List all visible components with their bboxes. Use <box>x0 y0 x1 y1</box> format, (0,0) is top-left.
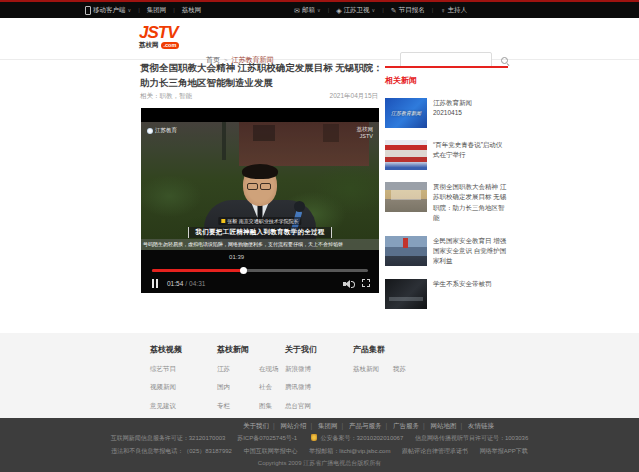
footer-products[interactable]: 产品与服务 <box>349 422 382 429</box>
link-video-news[interactable]: 视频新闻 <box>150 383 182 392</box>
link-domestic[interactable]: 国内 <box>217 383 245 392</box>
chevron-down-icon: ∨ <box>317 7 321 13</box>
scene-building <box>239 122 370 166</box>
related-news-item[interactable]: 贯彻全国职教大会精神 江苏职校确定发展目标 无锡职院：助力长三角地区智能 <box>385 182 508 224</box>
news-thumbnail <box>385 140 427 170</box>
progress-handle[interactable] <box>240 267 247 274</box>
logo-com-badge: .com <box>161 42 180 49</box>
article-tags: 相关：职教，智能 <box>140 92 192 101</box>
progress-bar[interactable] <box>152 269 368 272</box>
video-ticker: 号码陌生勿轻易接，虚拟电话设陷阱，网络购物便利多，支付流程要仔细，天上不会掉馅饼 <box>141 239 379 250</box>
link-jiangsu[interactable]: 江苏 <box>217 365 245 374</box>
link-gallery[interactable]: 图集 <box>259 402 279 411</box>
footer-about[interactable]: 关于我们 <box>243 422 269 429</box>
mic-icon: ♀ <box>440 7 445 14</box>
topbar-right-group: ✉ 邮箱 ∨ | ◈ 江苏卫视 ∨ | ✎ 节目报名 | ♀ 主持人 <box>294 6 467 15</box>
link-feedback[interactable]: 意见建议 <box>150 402 182 411</box>
link-tencent-weibo[interactable]: 腾讯微博 <box>285 383 317 392</box>
chevron-down-icon: ∨ <box>372 7 376 13</box>
jstv-logo[interactable]: JSTV 荔枝网 .com <box>139 25 199 50</box>
footer-ads[interactable]: 广告服务 <box>393 422 419 429</box>
topbar-mobile-label: 移动客户端 <box>93 6 126 15</box>
video-caption: 我们要把工匠精神融入到教育教学的全过程 <box>141 220 379 238</box>
watermark-litchi: 荔枝网 JSTV <box>357 126 374 139</box>
news-thumbnail <box>385 279 427 309</box>
footer-friend-links[interactable]: 友情链接 <box>468 422 494 429</box>
scene-tree <box>222 122 226 160</box>
tv-icon: ◈ <box>336 7 341 14</box>
footer-group-site[interactable]: 集团网 <box>318 422 338 429</box>
chevron-down-icon: ∨ <box>128 7 132 13</box>
mobile-icon <box>85 6 91 15</box>
link-hq-site[interactable]: 总台官网 <box>285 402 317 411</box>
link-variety[interactable]: 综艺节目 <box>150 365 182 374</box>
footer-copyright: Copyrights 2009 江苏省广播电视总台版权所有 <box>0 459 639 468</box>
glasses <box>245 183 273 190</box>
news-thumbnail <box>385 236 427 266</box>
related-news-item[interactable]: 学生不系安全带被罚 <box>385 279 508 309</box>
police-record[interactable]: 公安备案号：32010202010067 <box>321 435 404 441</box>
news-item-title: “百年党史青春说”启动仪式在宁举行 <box>433 140 508 170</box>
scene-speaker-head <box>243 166 277 206</box>
site-links-section: 荔枝视频 综艺节目 视频新闻 意见建议 荔枝新闻 江苏 在现场 国内 社会 专栏… <box>0 333 639 418</box>
progress-fill <box>152 269 243 272</box>
links-col-header: 荔枝视频 <box>150 344 182 355</box>
video-player[interactable]: 江苏教育 荔枝网 JSTV 张毅 南京交通职业技术学院院长 我们要把工匠精神融入… <box>141 108 379 293</box>
divider: | <box>432 7 434 13</box>
pledge-link[interactable]: 跟帖评论自律管理承诺书 <box>402 448 468 454</box>
topbar-litchi-site[interactable]: 荔枝网 <box>182 6 202 15</box>
related-news-item[interactable]: “百年党史青春说”启动仪式在宁举行 <box>385 140 508 170</box>
news-item-title: 江苏教育新闻 20210415 <box>433 98 472 128</box>
related-news-item[interactable]: 全民国家安全教育日 增强国家安全意识 自觉维护国家利益 <box>385 236 508 267</box>
article-title: 贯彻全国职教大会精神 江苏职校确定发展目标 无锡职院：助力长三角地区智能制造业发… <box>140 61 388 90</box>
video-frame[interactable]: 江苏教育 荔枝网 JSTV 张毅 南京交通职业技术学院院长 我们要把工匠精神融入… <box>141 122 379 250</box>
links-col-header: 荔枝新闻 <box>217 344 279 355</box>
fullscreen-icon[interactable] <box>362 279 370 287</box>
topbar-group-site[interactable]: 集团网 <box>147 6 167 15</box>
news-thumbnail: 江苏教育新闻 <box>385 98 427 128</box>
link-society[interactable]: 社会 <box>259 383 279 392</box>
watermark-jiangsu-edu: 江苏教育 <box>147 127 177 134</box>
link-litchi-news-app[interactable]: 荔枝新闻 <box>353 365 379 374</box>
footer-report-info: 违法和不良信息举报电话：（025）83187992 中国互联网举报中心 举报邮箱… <box>0 447 639 456</box>
related-news-title: 相关新闻 <box>385 75 508 86</box>
channel-logo-icon <box>147 128 153 134</box>
footer-sitemap[interactable]: 网站地图 <box>431 422 457 429</box>
topbar-jiangsu-tv[interactable]: ◈ 江苏卫视 ∨ <box>336 6 375 15</box>
links-col-products: 产品集群 荔枝新闻 我苏 <box>353 344 406 374</box>
page: 移动客户端 ∨ | 集团网 | 荔枝网 ✉ 邮箱 ∨ | ◈ 江苏卫视 ∨ | … <box>0 0 639 472</box>
icp-number[interactable]: 苏ICP备07025745号-1 <box>237 435 297 441</box>
topbar-mail[interactable]: ✉ 邮箱 ∨ <box>294 6 321 15</box>
links-col-header: 产品集群 <box>353 344 406 355</box>
link-onscene[interactable]: 在现场 <box>259 365 279 374</box>
related-news-item[interactable]: 江苏教育新闻 江苏教育新闻 20210415 <box>385 98 508 128</box>
topbar-program-signup[interactable]: ✎ 节目报名 <box>391 6 425 15</box>
top-bar: 移动客户端 ∨ | 集团网 | 荔枝网 ✉ 邮箱 ∨ | ◈ 江苏卫视 ∨ | … <box>0 0 639 18</box>
police-badge-icon <box>311 434 317 441</box>
pause-icon[interactable] <box>152 279 159 288</box>
current-time: 01:54 <box>167 280 183 287</box>
news-item-title: 全民国家安全教育日 增强国家安全意识 自觉维护国家利益 <box>433 236 508 267</box>
divider: | <box>382 7 384 13</box>
report-app-link[interactable]: 网络举报APP下载 <box>480 448 528 454</box>
topbar-mobile-client[interactable]: 移动客户端 ∨ <box>85 6 131 15</box>
related-news-sidebar: 相关新闻 江苏教育新闻 江苏教育新闻 20210415 “百年党史青春说”启动仪… <box>385 66 508 309</box>
footer-site-intro[interactable]: 网站介绍 <box>280 422 306 429</box>
news-item-title: 贯彻全国职教大会精神 江苏职校确定发展目标 无锡职院：助力长三角地区智能 <box>433 182 508 224</box>
search-input[interactable] <box>401 55 500 65</box>
divider: | <box>173 7 175 13</box>
news-thumbnail <box>385 182 427 212</box>
topbar-hosts[interactable]: ♀ 主持人 <box>440 6 467 15</box>
report-center-link[interactable]: 中国互联网举报中心 <box>244 448 298 454</box>
link-wusu[interactable]: 我苏 <box>393 365 406 374</box>
link-columns[interactable]: 专栏 <box>217 402 245 411</box>
article-date: 2021年04月15日 <box>330 92 378 101</box>
time-display: 01:54 / 04:31 <box>167 280 205 287</box>
topbar-left-group: 移动客户端 ∨ | 集团网 | 荔枝网 <box>85 6 201 15</box>
site-header: JSTV 荔枝网 .com 首页 > 江苏教育新闻 <box>0 18 639 60</box>
link-sina-weibo[interactable]: 新浪微博 <box>285 365 317 374</box>
links-col-litchi-news: 荔枝新闻 江苏 在现场 国内 社会 专栏 图集 军事 财经 <box>217 344 279 429</box>
links-col-header: 关于我们 <box>285 344 317 355</box>
divider: | <box>138 7 140 13</box>
volume-icon[interactable] <box>343 279 353 288</box>
